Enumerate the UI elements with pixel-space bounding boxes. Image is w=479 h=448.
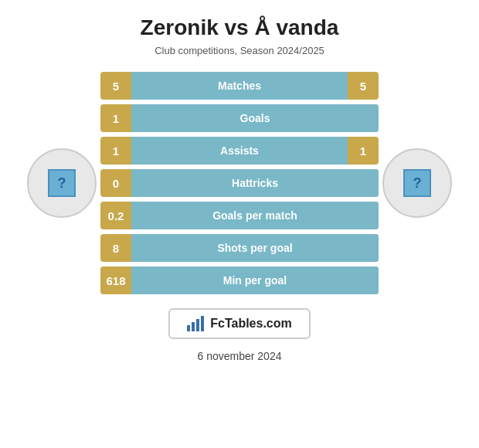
stat-left-value: 618 bbox=[100, 274, 131, 287]
stat-row: 0Hattricks bbox=[100, 169, 379, 197]
stat-left-value: 0 bbox=[100, 177, 131, 190]
team-logo-right: ? bbox=[379, 148, 456, 218]
stat-row: 1Assists1 bbox=[100, 137, 379, 165]
stat-label: Shots per goal bbox=[131, 234, 379, 262]
stat-left-value: 5 bbox=[100, 80, 131, 93]
stat-row: 5Matches5 bbox=[100, 72, 379, 100]
fctables-logo: FcTables.com bbox=[168, 308, 311, 339]
logo-question-left: ? bbox=[48, 169, 76, 197]
page-subtitle: Club competitions, Season 2024/2025 bbox=[155, 45, 324, 56]
stat-label: Assists bbox=[131, 137, 348, 165]
stat-row: 1Goals bbox=[100, 104, 379, 132]
date-footer: 6 november 2024 bbox=[198, 350, 282, 362]
stat-label: Matches bbox=[131, 72, 348, 100]
stat-row: 8Shots per goal bbox=[100, 234, 379, 262]
page: Zeronik vs Å vanda Club competitions, Se… bbox=[0, 0, 479, 448]
stat-row: 618Min per goal bbox=[100, 266, 379, 294]
logo-question-right: ? bbox=[403, 169, 431, 197]
stat-label: Min per goal bbox=[131, 266, 379, 294]
stat-left-value: 0.2 bbox=[100, 209, 131, 222]
fctables-text: FcTables.com bbox=[210, 317, 292, 331]
page-title: Zeronik vs Å vanda bbox=[141, 15, 339, 40]
logo-circle-right: ? bbox=[382, 148, 452, 218]
stat-label: Goals per match bbox=[131, 202, 379, 229]
team-logo-left: ? bbox=[23, 148, 100, 218]
stat-right-value: 5 bbox=[348, 80, 379, 93]
stat-label: Goals bbox=[131, 104, 379, 132]
stat-row: 0.2Goals per match bbox=[100, 202, 379, 229]
logo-container[interactable]: FcTables.com bbox=[168, 308, 311, 339]
stat-label: Hattricks bbox=[131, 169, 379, 197]
logo-circle-left: ? bbox=[27, 148, 97, 218]
stat-right-value: 1 bbox=[348, 144, 379, 158]
stats-panel: 5Matches51Goals1Assists10Hattricks0.2Goa… bbox=[100, 72, 379, 294]
main-content: ? 5Matches51Goals1Assists10Hattricks0.2G… bbox=[8, 72, 471, 294]
stat-left-value: 8 bbox=[100, 242, 131, 255]
chart-icon bbox=[187, 316, 204, 331]
stat-left-value: 1 bbox=[100, 144, 131, 158]
stat-left-value: 1 bbox=[100, 112, 131, 125]
